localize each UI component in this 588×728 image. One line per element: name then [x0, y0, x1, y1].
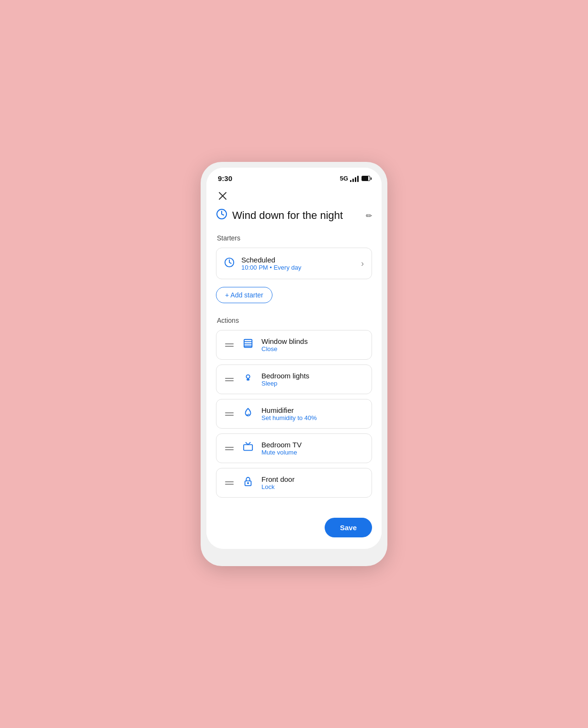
svg-point-14: [248, 483, 249, 484]
page-title: Wind down for the night: [232, 209, 361, 222]
drag-handle-icon: [224, 480, 235, 486]
edit-icon[interactable]: ✏: [366, 211, 372, 220]
chevron-right-icon: ›: [361, 259, 364, 269]
starters-label: Starters: [217, 234, 372, 242]
action-info-window-blinds: Window blinds Close: [261, 337, 364, 353]
action-card-window-blinds[interactable]: Window blinds Close: [216, 330, 372, 360]
action-sub: Mute volume: [261, 449, 364, 456]
signal-icon: [350, 175, 359, 182]
actions-label: Actions: [217, 317, 372, 324]
starter-subtitle: 10:00 PM • Every day: [241, 264, 301, 271]
bedroom-lights-icon: [241, 373, 255, 386]
content-area: Wind down for the night ✏ Starters Sched…: [206, 185, 382, 512]
drag-handle-icon: [224, 342, 235, 348]
drag-handle-icon: [224, 446, 235, 451]
humidifier-icon: [241, 407, 255, 421]
clock-icon: [216, 208, 227, 223]
status-time: 9:30: [218, 174, 232, 182]
action-card-humidifier[interactable]: Humidifier Set humidity to 40%: [216, 399, 372, 429]
save-button[interactable]: Save: [325, 518, 372, 537]
status-icons: 5G: [340, 175, 370, 182]
action-sub: Lock: [261, 483, 364, 490]
action-card-bedroom-tv[interactable]: Bedroom TV Mute volume: [216, 433, 372, 463]
starter-card[interactable]: Scheduled 10:00 PM • Every day ›: [216, 248, 372, 279]
action-card-bedroom-lights[interactable]: Bedroom lights Sleep: [216, 364, 372, 394]
phone-frame: 9:30 5G: [201, 162, 387, 566]
action-sub: Close: [261, 345, 364, 353]
action-info-front-door: Front door Lock: [261, 475, 364, 490]
network-label: 5G: [340, 175, 348, 182]
action-sub: Set humidity to 40%: [261, 414, 364, 421]
action-info-bedroom-tv: Bedroom TV Mute volume: [261, 441, 364, 456]
status-bar: 9:30 5G: [206, 168, 382, 185]
window-blinds-icon: [241, 338, 255, 352]
starter-left: Scheduled 10:00 PM • Every day: [224, 256, 301, 271]
action-name: Bedroom lights: [261, 372, 364, 380]
action-name: Window blinds: [261, 337, 364, 345]
add-starter-label: + Add starter: [225, 291, 263, 299]
svg-point-8: [246, 375, 249, 378]
phone-screen: 9:30 5G: [206, 168, 382, 549]
scheduled-icon: [224, 257, 235, 270]
drag-handle-icon: [224, 377, 235, 382]
starter-info: Scheduled 10:00 PM • Every day: [241, 256, 301, 271]
action-name: Front door: [261, 475, 364, 483]
tv-icon: [241, 442, 255, 455]
svg-rect-12: [244, 444, 252, 450]
action-card-front-door[interactable]: Front door Lock: [216, 468, 372, 498]
actions-section: Actions Window: [216, 317, 372, 498]
action-name: Bedroom TV: [261, 441, 364, 449]
bottom-bar: Save: [206, 512, 382, 549]
starter-title: Scheduled: [241, 256, 301, 264]
page-title-row: Wind down for the night ✏: [216, 208, 372, 223]
action-info-humidifier: Humidifier Set humidity to 40%: [261, 406, 364, 421]
close-button[interactable]: [216, 189, 229, 203]
battery-icon: [362, 176, 370, 181]
lock-icon: [241, 476, 255, 489]
action-sub: Sleep: [261, 380, 364, 387]
add-starter-button[interactable]: + Add starter: [216, 287, 272, 303]
action-name: Humidifier: [261, 406, 364, 414]
action-info-bedroom-lights: Bedroom lights Sleep: [261, 372, 364, 387]
drag-handle-icon: [224, 411, 235, 417]
close-icon: [218, 191, 227, 201]
